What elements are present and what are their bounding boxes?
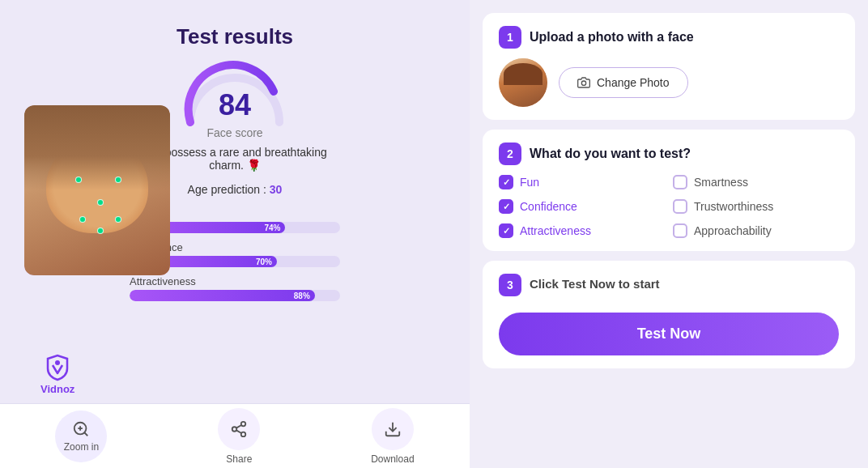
option-fun[interactable]: Fun [499, 175, 665, 189]
attractiveness-label: Attractiveness [130, 275, 340, 287]
step1-card: 1 Upload a photo with a face Change Phot… [483, 13, 855, 120]
svg-point-11 [581, 81, 585, 85]
vidnoz-logo-icon [41, 351, 74, 383]
step3-card: 3 Click Test Now to start Test Now [483, 261, 855, 368]
option-trustworthiness[interactable]: Trustworthiness [673, 199, 839, 214]
share-icon [230, 420, 248, 438]
option-confidence[interactable]: Confidence [499, 199, 665, 214]
download-button[interactable]: Download [371, 408, 414, 465]
zoom-button[interactable]: Zoom in [55, 411, 107, 462]
confidence-label: Confidence [520, 200, 577, 213]
age-value: 30 [270, 183, 283, 196]
avatar-thumbnail [499, 58, 547, 107]
face-dot-4 [79, 216, 86, 223]
svg-point-7 [241, 432, 246, 436]
bottom-toolbar: Zoom in Share Download [0, 403, 470, 468]
face-dot-2 [115, 177, 121, 183]
svg-point-0 [55, 360, 60, 365]
zoom-icon [72, 420, 90, 438]
step2-title: What do you want to test? [530, 147, 691, 161]
option-smartness[interactable]: Smartness [673, 175, 839, 189]
svg-point-5 [241, 421, 246, 426]
face-dot-6 [97, 228, 104, 234]
right-panel: 1 Upload a photo with a face Change Phot… [470, 0, 868, 468]
checkbox-trustworthiness[interactable] [673, 199, 687, 214]
step3-badge: 3 [499, 274, 521, 296]
metric-attractiveness: Attractiveness 88% [130, 275, 340, 301]
step2-badge: 2 [499, 143, 521, 165]
svg-line-2 [85, 432, 88, 436]
option-attractiveness[interactable]: Attractiveness [499, 223, 665, 238]
smartness-label: Smartness [694, 176, 748, 189]
svg-point-6 [232, 427, 237, 432]
camera-icon [577, 76, 590, 89]
options-grid: Fun Smartness Confidence Trustworthiness… [499, 175, 839, 238]
approachability-label: Approachability [694, 224, 772, 237]
face-dot-3 [97, 199, 104, 206]
checkbox-approachability[interactable] [673, 223, 687, 238]
age-prediction: Age prediction : 30 [188, 183, 283, 196]
checkbox-fun[interactable] [499, 175, 513, 189]
test-now-button[interactable]: Test Now [499, 313, 839, 355]
fun-label: Fun [520, 176, 539, 189]
face-photo [24, 105, 170, 275]
step3-title: Click Test Now to start [530, 277, 660, 291]
logo-text: Vidnoz [40, 383, 74, 395]
download-icon [384, 420, 402, 438]
step1-badge: 1 [499, 26, 521, 49]
step2-card: 2 What do you want to test? Fun Smartnes… [483, 130, 855, 251]
svg-line-9 [236, 424, 241, 428]
attractiveness-bar: 88% [130, 290, 315, 301]
hair-decoration [24, 105, 170, 190]
change-photo-button[interactable]: Change Photo [559, 67, 688, 98]
checkbox-attractiveness[interactable] [499, 223, 513, 238]
score-gauge: 84 [178, 57, 291, 122]
face-dot-5 [115, 216, 121, 223]
test-results-title: Test results [177, 24, 293, 49]
svg-line-8 [236, 430, 241, 433]
attractiveness-check-label: Attractiveness [520, 224, 591, 237]
step1-title: Upload a photo with a face [530, 30, 694, 45]
left-panel: Test results 84 Face score You possess a… [0, 0, 470, 468]
score-number: 84 [219, 88, 251, 122]
checkbox-smartness[interactable] [673, 175, 687, 189]
trustworthiness-label: Trustworthiness [694, 200, 773, 213]
share-button[interactable]: Share [218, 408, 260, 465]
logo-area: Vidnoz [40, 351, 74, 395]
option-approachability[interactable]: Approachability [673, 223, 839, 238]
checkbox-confidence[interactable] [499, 199, 513, 214]
